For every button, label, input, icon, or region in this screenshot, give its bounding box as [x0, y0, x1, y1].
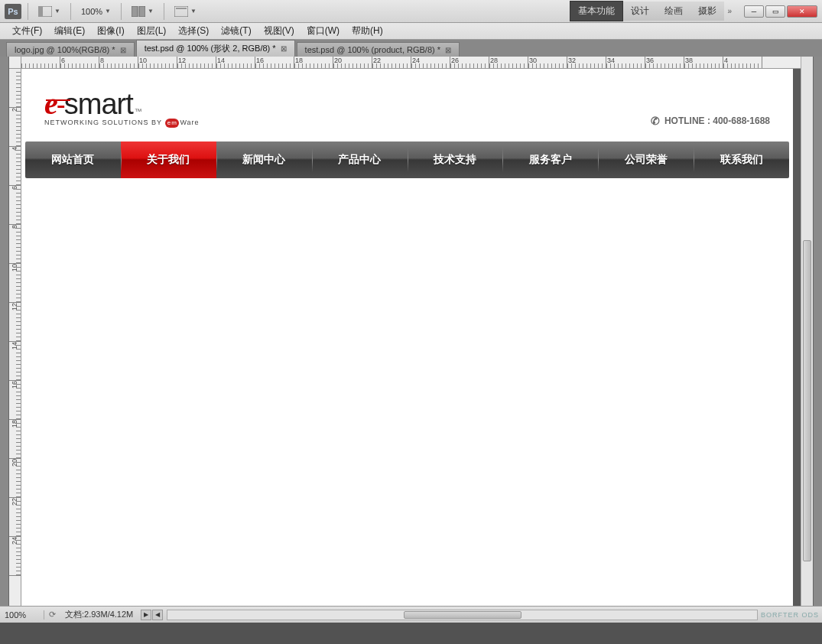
svg-rect-5	[176, 8, 187, 9]
logo-tagline: NETWORKING SOLUTIONS BY emWare	[44, 119, 200, 128]
phone-icon: ✆	[651, 115, 660, 127]
window-controls: ─ ▭ ✕	[744, 5, 817, 18]
document-tab[interactable]: test.psd @ 100% (形状 2, RGB/8) * ⊠	[136, 40, 295, 57]
vertical-scrollbar[interactable]	[801, 57, 813, 606]
document-tab-label: logo.jpg @ 100%(RGB/8) *	[15, 45, 115, 54]
document-tab-label: test.psd @ 100% (product, RGB/8) *	[305, 45, 440, 54]
site-nav: 网站首页关于我们新闻中心产品中心技术支持服务客户公司荣誉联系我们	[25, 141, 789, 178]
nav-item[interactable]: 联系我们	[694, 141, 789, 178]
chevron-down-icon: ▼	[105, 8, 111, 15]
status-play-icon[interactable]: ▶	[141, 610, 151, 620]
svg-rect-1	[38, 6, 43, 17]
canvas[interactable]: e - smart ™ NETWORKING SOLUTIONS BY emWa…	[21, 69, 793, 606]
menu-view[interactable]: 视图(V)	[258, 23, 301, 39]
hotline-text: ✆ HOTLINE : 400-688-1688	[651, 115, 770, 127]
status-left-icon[interactable]: ◀	[152, 610, 163, 620]
svg-rect-3	[139, 6, 145, 17]
close-button[interactable]: ✕	[787, 5, 817, 18]
document-tab[interactable]: test.psd @ 100% (product, RGB/8) * ⊠	[297, 42, 460, 57]
document-tabs: logo.jpg @ 100%(RGB/8) * ⊠ test.psd @ 10…	[0, 40, 822, 57]
document-tab[interactable]: logo.jpg @ 100%(RGB/8) * ⊠	[6, 42, 135, 57]
separator	[28, 3, 28, 20]
app-toolbar: Ps ▼ 100% ▼ ▼ ▼ 基本功能 设计 绘画 摄影 » ─ ▭ ✕	[0, 0, 822, 23]
separator	[70, 3, 71, 20]
ruler-vertical[interactable]: 24681012141618202224	[9, 69, 21, 606]
tool-strip-left[interactable]	[0, 57, 9, 606]
separator	[121, 3, 122, 20]
nav-item[interactable]: 技术支持	[408, 141, 503, 178]
workspace-tab-basic[interactable]: 基本功能	[570, 1, 623, 21]
site-logo: e - smart ™ NETWORKING SOLUTIONS BY emWa…	[44, 88, 200, 128]
ruler-origin[interactable]	[9, 57, 21, 69]
scrollbar-thumb[interactable]	[803, 240, 811, 561]
close-icon[interactable]: ⊠	[120, 46, 126, 54]
panel-strip-right[interactable]	[813, 57, 822, 606]
menu-filter[interactable]: 滤镜(T)	[215, 23, 257, 39]
nav-item[interactable]: 产品中心	[312, 141, 408, 178]
collapse-icon[interactable]: »	[727, 7, 732, 15]
separator	[164, 3, 164, 20]
menu-image[interactable]: 图像(I)	[91, 23, 130, 39]
horizontal-scrollbar[interactable]	[167, 610, 758, 620]
ruler-horizontal[interactable]	[21, 57, 801, 69]
workspace-tab-design[interactable]: 设计	[623, 2, 657, 21]
nav-item[interactable]: 关于我们	[121, 141, 216, 178]
workspace-tab-paint[interactable]: 绘画	[657, 2, 690, 21]
app-logo: Ps	[5, 4, 21, 19]
nav-item[interactable]: 公司荣誉	[598, 141, 694, 178]
zoom-level[interactable]: 100% ▼	[77, 5, 115, 18]
menu-window[interactable]: 窗口(W)	[301, 23, 346, 39]
logo-e-letter: e	[44, 89, 58, 119]
close-icon[interactable]: ⊠	[445, 46, 451, 54]
nav-item[interactable]: 网站首页	[25, 141, 121, 178]
workspace-switcher: 基本功能 设计 绘画 摄影 »	[570, 1, 732, 21]
menu-bar: 文件(F) 编辑(E) 图像(I) 图层(L) 选择(S) 滤镜(T) 视图(V…	[0, 23, 822, 40]
svg-rect-2	[132, 6, 138, 17]
watermark: BORFTER ODS	[761, 611, 822, 619]
menu-layer[interactable]: 图层(L)	[131, 23, 173, 39]
minimize-button[interactable]: ─	[744, 5, 764, 18]
nav-item[interactable]: 新闻中心	[216, 141, 312, 178]
trademark-icon: ™	[135, 107, 142, 115]
status-nav-buttons: ▶ ◀	[141, 610, 164, 620]
layout-picker[interactable]: ▼	[34, 5, 64, 18]
status-bar: 100% ⟳ 文档:2.93M/4.12M ▶ ◀ BORFTER ODS	[0, 606, 822, 623]
scrollbar-thumb[interactable]	[404, 611, 521, 619]
chevron-down-icon: ▼	[148, 8, 154, 15]
screen-mode[interactable]: ▼	[171, 5, 200, 18]
work-area: 24681012141618202224 e - smart ™ NETWORK…	[0, 57, 822, 606]
menu-select[interactable]: 选择(S)	[172, 23, 215, 39]
maximize-button[interactable]: ▭	[765, 5, 785, 18]
menu-file[interactable]: 文件(F)	[6, 23, 48, 39]
nav-item[interactable]: 服务客户	[502, 141, 598, 178]
close-icon[interactable]: ⊠	[281, 44, 287, 53]
document-tab-label: test.psd @ 100% (形状 2, RGB/8) *	[145, 43, 276, 54]
arrange-docs[interactable]: ▼	[128, 5, 158, 18]
logo-smart-text: smart	[64, 88, 133, 121]
design-content: e - smart ™ NETWORKING SOLUTIONS BY emWa…	[21, 69, 793, 606]
menu-help[interactable]: 帮助(H)	[346, 23, 389, 39]
status-zoom[interactable]: 100%	[0, 610, 44, 620]
canvas-viewport: 24681012141618202224 e - smart ™ NETWORK…	[9, 57, 801, 606]
menu-edit[interactable]: 编辑(E)	[48, 23, 91, 39]
chevron-down-icon: ▼	[190, 8, 197, 15]
status-sync-icon[interactable]: ⟳	[44, 610, 60, 620]
chevron-down-icon: ▼	[54, 8, 60, 15]
status-doc-size[interactable]: 文档:2.93M/4.12M	[60, 609, 138, 620]
workspace-tab-photo[interactable]: 摄影	[690, 2, 724, 21]
